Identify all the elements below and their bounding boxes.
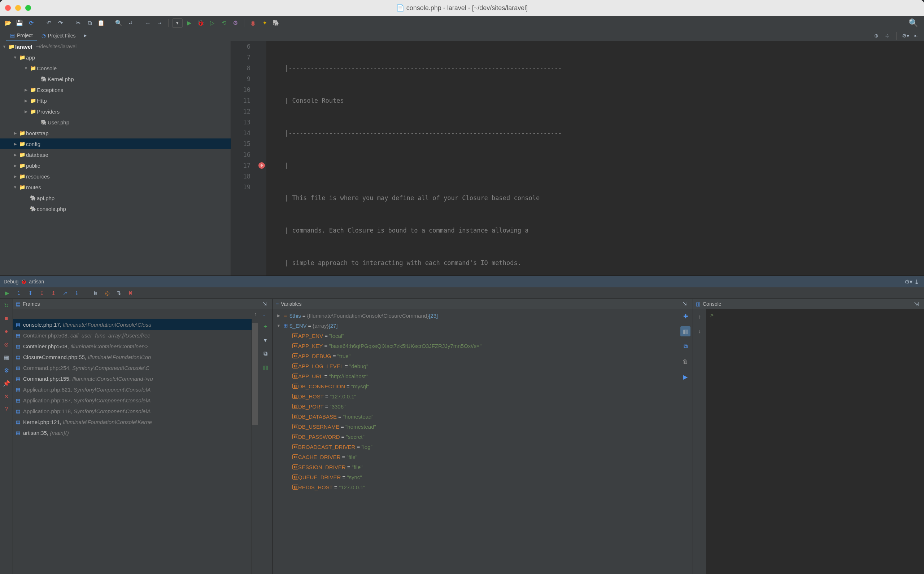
run-coverage-icon[interactable]: ▷ bbox=[207, 18, 217, 28]
tree-routes[interactable]: ▼📁routes bbox=[0, 182, 231, 192]
refresh-icon[interactable]: ⟳ bbox=[26, 18, 36, 28]
debug-settings-icon[interactable]: ⚙▾ bbox=[905, 278, 913, 285]
run-to-cursor-icon[interactable]: ↗ bbox=[61, 289, 69, 298]
var-row[interactable]: ◧CACHE_DRIVER = "file" bbox=[273, 452, 678, 462]
tree-api[interactable]: 🐘api.php bbox=[0, 192, 231, 203]
tree-http[interactable]: ▶📁Http bbox=[0, 95, 231, 106]
frame-item[interactable]: ▤Application.php:821, Symfony\Component\… bbox=[13, 384, 252, 395]
console-down-icon[interactable]: ↓ bbox=[695, 326, 704, 336]
stop-debug-icon[interactable]: ■ bbox=[2, 314, 11, 323]
frame-item[interactable]: ▤artisan:35, {main}() bbox=[13, 427, 252, 438]
frames-restore-icon[interactable]: ⇲ bbox=[259, 299, 270, 309]
run-button-icon[interactable]: ▶ bbox=[184, 18, 194, 28]
tree-config[interactable]: ▶📁config bbox=[0, 139, 231, 149]
var-row[interactable]: ◧DB_HOST = "127.0.0.1" bbox=[273, 391, 678, 401]
frame-item[interactable]: ▤console.php:17, Illuminate\Foundation\C… bbox=[13, 319, 252, 330]
var-row[interactable]: ◧APP_URL = "http://localhost" bbox=[273, 371, 678, 381]
back-icon[interactable]: ← bbox=[143, 18, 153, 28]
inspect-icon[interactable]: ▥ bbox=[680, 326, 690, 336]
tree-providers[interactable]: ▶📁Providers bbox=[0, 106, 231, 117]
sort-icon[interactable]: ⇅ bbox=[114, 289, 123, 298]
forward-icon[interactable]: → bbox=[155, 18, 165, 28]
thread-icon[interactable]: ▾ bbox=[260, 335, 271, 345]
rerun-debug-icon[interactable]: ↻ bbox=[2, 301, 11, 310]
mute-breakpoints-icon[interactable]: ⊘ bbox=[2, 340, 11, 348]
var-row[interactable]: ◧DB_PASSWORD = "secret" bbox=[273, 432, 678, 442]
settings-icon[interactable]: ⚙ bbox=[230, 18, 240, 28]
tree-exceptions[interactable]: ▶📁Exceptions bbox=[0, 84, 231, 95]
var-row[interactable]: ◧APP_DEBUG = "true" bbox=[273, 351, 678, 361]
tree-console-dir[interactable]: ▼📁Console bbox=[0, 63, 231, 74]
tree-kernel[interactable]: 🐘Kernel.php bbox=[0, 74, 231, 84]
error-stripe-icon[interactable]: ⊘ bbox=[258, 162, 265, 169]
breakpoint-icon[interactable]: ● bbox=[2, 327, 11, 336]
var-row[interactable]: ◧APP_KEY = "base64:h6qfPGqxeQIXact7zk5fU… bbox=[273, 341, 678, 351]
locate-icon[interactable]: ⊕ bbox=[872, 32, 880, 39]
paste-icon[interactable]: 📋 bbox=[96, 18, 106, 28]
frame-item[interactable]: ▤Command.php:254, Symfony\Component\Cons… bbox=[13, 362, 252, 373]
tab-project-files[interactable]: ◔Project Files bbox=[37, 30, 80, 41]
var-row[interactable]: ◧DB_USERNAME = "homestead" bbox=[273, 421, 678, 432]
var-row[interactable]: ◧DB_DATABASE = "homestead" bbox=[273, 412, 678, 421]
var-row[interactable]: ◧APP_LOG_LEVEL = "debug" bbox=[273, 361, 678, 371]
settings2-icon[interactable]: ⚙ bbox=[2, 366, 11, 375]
var-row[interactable]: ◧REDIS_HOST = "127.0.0.1" bbox=[273, 482, 678, 492]
delete-watch-icon[interactable]: 🗑 bbox=[680, 356, 690, 367]
frames-list[interactable]: ▤console.php:17, Illuminate\Foundation\C… bbox=[13, 319, 252, 574]
var-row[interactable]: ◧SESSION_DRIVER = "file" bbox=[273, 462, 678, 472]
variables-tree[interactable]: ▶≡$this = {Illuminate\Foundation\Console… bbox=[273, 309, 678, 574]
tree-root[interactable]: ▼📁laravel~/dev/sites/laravel bbox=[0, 41, 231, 52]
drop-frame-icon[interactable]: ⤹ bbox=[72, 289, 81, 298]
frame-item[interactable]: ▤ClosureCommand.php:55, Illuminate\Found… bbox=[13, 352, 252, 362]
rerun-icon[interactable]: ⟲ bbox=[219, 18, 229, 28]
copy-value-icon[interactable]: ⧉ bbox=[680, 341, 690, 352]
tree-user[interactable]: 🐘User.php bbox=[0, 117, 231, 128]
find-icon[interactable]: 🔍 bbox=[114, 18, 124, 28]
project-settings-icon[interactable]: ⚙▾ bbox=[902, 32, 910, 39]
frame-item[interactable]: ▤Command.php:155, Illuminate\Console\Com… bbox=[13, 373, 252, 384]
tree-resources[interactable]: ▶📁resources bbox=[0, 171, 231, 182]
var-row[interactable]: ▼⊞$_ENV = {array} [27] bbox=[273, 320, 678, 331]
tree-app[interactable]: ▼📁app bbox=[0, 52, 231, 63]
copy-icon[interactable]: ⧉ bbox=[84, 18, 95, 28]
evaluate-icon[interactable]: 🖩 bbox=[91, 289, 100, 298]
console-up-icon[interactable]: ↑ bbox=[695, 312, 704, 322]
step-out-icon[interactable]: ↥ bbox=[49, 289, 58, 298]
var-row[interactable]: ▶≡$this = {Illuminate\Foundation\Console… bbox=[273, 311, 678, 320]
vars-restore-icon[interactable]: ⇲ bbox=[680, 299, 690, 309]
var-row[interactable]: ◧DB_PORT = "3306" bbox=[273, 401, 678, 412]
copy-frame-icon[interactable]: ⧉ bbox=[260, 348, 271, 359]
var-row[interactable]: ◧BROADCAST_DRIVER = "log" bbox=[273, 442, 678, 452]
frame-item[interactable]: ▤Application.php:118, Symfony\Component\… bbox=[13, 405, 252, 416]
highlight-icon[interactable]: ✦ bbox=[259, 18, 270, 28]
help-icon[interactable]: ? bbox=[2, 405, 11, 413]
frames-scrollbar[interactable] bbox=[252, 319, 258, 574]
tab-project[interactable]: ▤Project bbox=[6, 30, 37, 41]
remove-icon[interactable]: ✖ bbox=[126, 289, 134, 298]
layout-icon[interactable]: ▦ bbox=[2, 353, 11, 362]
undo-icon[interactable]: ↶ bbox=[44, 18, 54, 28]
close-window-button[interactable] bbox=[5, 5, 11, 11]
new-watch-icon[interactable]: ✚ bbox=[680, 311, 690, 321]
console-restore-icon[interactable]: ⇲ bbox=[911, 299, 921, 309]
editor[interactable]: 678910111213141516171819 ⊘ |------------… bbox=[231, 41, 924, 276]
debug-button-icon[interactable]: 🐞 bbox=[196, 18, 206, 28]
frame-item[interactable]: ▤Kernel.php:121, Illuminate\Foundation\C… bbox=[13, 416, 252, 427]
filter-icon[interactable]: ▥ bbox=[260, 362, 271, 372]
close-debug-icon[interactable]: ✕ bbox=[2, 392, 11, 401]
run-configuration-dropdown[interactable]: ▾ bbox=[172, 18, 183, 28]
hide-panel-icon[interactable]: ⇤ bbox=[913, 32, 920, 39]
project-tree[interactable]: ▼📁laravel~/dev/sites/laravel ▼📁app ▼📁Con… bbox=[0, 41, 231, 276]
resume-icon[interactable]: ▶ bbox=[3, 289, 11, 298]
tree-consolephp[interactable]: 🐘console.php bbox=[0, 203, 231, 214]
elephant-icon[interactable]: 🐘 bbox=[271, 18, 281, 28]
frame-up-icon[interactable]: ↑ bbox=[255, 311, 257, 317]
frame-item[interactable]: ▤Container.php:508, Illuminate\Container… bbox=[13, 341, 252, 352]
replace-icon[interactable]: ⤾ bbox=[125, 18, 135, 28]
add-watch-icon[interactable]: ＋ bbox=[260, 321, 271, 331]
maximize-window-button[interactable] bbox=[25, 5, 31, 11]
redo-icon[interactable]: ↷ bbox=[55, 18, 65, 28]
console-output[interactable]: > bbox=[706, 309, 924, 574]
tree-bootstrap[interactable]: ▶📁bootstrap bbox=[0, 128, 231, 139]
stop-highlight-icon[interactable]: ◉ bbox=[248, 18, 258, 28]
